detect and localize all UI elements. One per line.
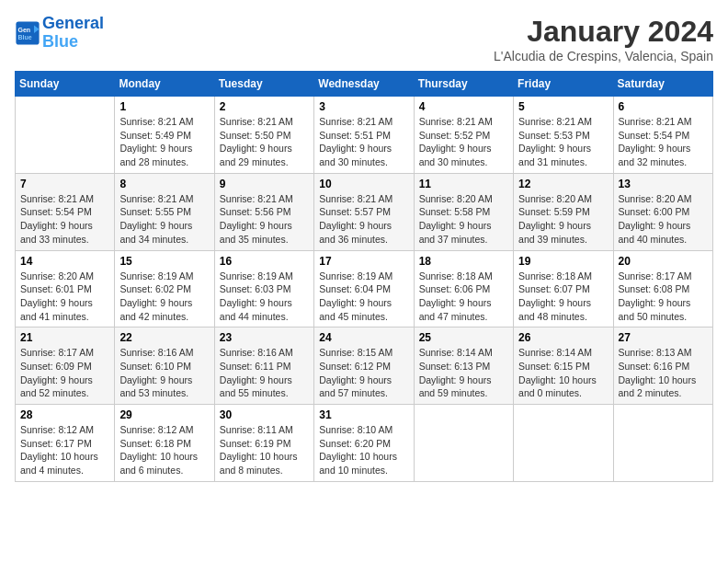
calendar-cell: 28Sunrise: 8:12 AM Sunset: 6:17 PM Dayli… bbox=[16, 405, 115, 482]
calendar-cell: 22Sunrise: 8:16 AM Sunset: 6:10 PM Dayli… bbox=[115, 327, 214, 405]
day-number: 15 bbox=[119, 255, 209, 268]
day-number: 13 bbox=[619, 178, 708, 190]
day-info: Sunrise: 8:15 AM Sunset: 6:12 PM Dayligh… bbox=[319, 346, 408, 400]
day-number: 5 bbox=[518, 100, 608, 113]
calendar-cell: 21Sunrise: 8:17 AM Sunset: 6:09 PM Dayli… bbox=[16, 327, 115, 405]
calendar-cell: 24Sunrise: 8:15 AM Sunset: 6:12 PM Dayli… bbox=[314, 327, 414, 405]
col-header-saturday: Saturday bbox=[613, 72, 712, 97]
day-info: Sunrise: 8:17 AM Sunset: 6:08 PM Dayligh… bbox=[619, 270, 708, 324]
calendar-cell: 17Sunrise: 8:19 AM Sunset: 6:04 PM Dayli… bbox=[314, 250, 414, 327]
day-info: Sunrise: 8:10 AM Sunset: 6:20 PM Dayligh… bbox=[319, 423, 408, 477]
calendar-cell: 25Sunrise: 8:14 AM Sunset: 6:13 PM Dayli… bbox=[414, 327, 513, 405]
day-number: 25 bbox=[419, 331, 508, 344]
day-number: 1 bbox=[119, 100, 209, 113]
calendar-cell: 20Sunrise: 8:17 AM Sunset: 6:08 PM Dayli… bbox=[613, 250, 712, 327]
day-number: 26 bbox=[518, 331, 608, 344]
calendar-cell: 15Sunrise: 8:19 AM Sunset: 6:02 PM Dayli… bbox=[115, 250, 214, 327]
calendar-cell: 2Sunrise: 8:21 AM Sunset: 5:50 PM Daylig… bbox=[214, 97, 313, 174]
calendar-week-3: 14Sunrise: 8:20 AM Sunset: 6:01 PM Dayli… bbox=[16, 250, 713, 327]
day-info: Sunrise: 8:21 AM Sunset: 5:54 PM Dayligh… bbox=[20, 192, 109, 247]
day-info: Sunrise: 8:12 AM Sunset: 6:17 PM Dayligh… bbox=[20, 423, 109, 477]
col-header-wednesday: Wednesday bbox=[314, 72, 414, 97]
logo-icon: Gen Blue bbox=[15, 20, 40, 46]
calendar-cell bbox=[16, 97, 115, 174]
day-number: 21 bbox=[20, 331, 109, 344]
day-info: Sunrise: 8:21 AM Sunset: 5:55 PM Dayligh… bbox=[119, 192, 209, 247]
calendar-cell: 29Sunrise: 8:12 AM Sunset: 6:18 PM Dayli… bbox=[115, 405, 214, 482]
day-info: Sunrise: 8:20 AM Sunset: 5:58 PM Dayligh… bbox=[419, 192, 508, 247]
calendar-cell: 30Sunrise: 8:11 AM Sunset: 6:19 PM Dayli… bbox=[214, 405, 313, 482]
calendar-cell: 9Sunrise: 8:21 AM Sunset: 5:56 PM Daylig… bbox=[214, 173, 313, 250]
calendar-week-5: 28Sunrise: 8:12 AM Sunset: 6:17 PM Dayli… bbox=[16, 405, 713, 482]
day-number: 17 bbox=[319, 255, 408, 268]
day-number: 16 bbox=[220, 255, 309, 268]
calendar-table: SundayMondayTuesdayWednesdayThursdayFrid… bbox=[15, 71, 713, 482]
calendar-cell: 27Sunrise: 8:13 AM Sunset: 6:16 PM Dayli… bbox=[613, 327, 712, 405]
day-number: 23 bbox=[220, 331, 309, 344]
col-header-thursday: Thursday bbox=[414, 72, 513, 97]
day-number: 7 bbox=[20, 178, 109, 190]
day-number: 27 bbox=[619, 331, 708, 344]
day-info: Sunrise: 8:18 AM Sunset: 6:07 PM Dayligh… bbox=[518, 270, 608, 324]
day-number: 8 bbox=[119, 178, 209, 190]
day-info: Sunrise: 8:21 AM Sunset: 5:49 PM Dayligh… bbox=[119, 115, 209, 169]
col-header-friday: Friday bbox=[514, 72, 613, 97]
day-number: 29 bbox=[119, 408, 209, 421]
day-info: Sunrise: 8:18 AM Sunset: 6:06 PM Dayligh… bbox=[419, 270, 508, 324]
calendar-cell: 18Sunrise: 8:18 AM Sunset: 6:06 PM Dayli… bbox=[414, 250, 513, 327]
calendar-cell: 10Sunrise: 8:21 AM Sunset: 5:57 PM Dayli… bbox=[314, 173, 414, 250]
day-number: 12 bbox=[518, 178, 608, 190]
day-info: Sunrise: 8:14 AM Sunset: 6:13 PM Dayligh… bbox=[419, 346, 508, 400]
day-number: 10 bbox=[319, 178, 408, 190]
calendar-cell: 19Sunrise: 8:18 AM Sunset: 6:07 PM Dayli… bbox=[514, 250, 613, 327]
month-title: January 2024 bbox=[494, 15, 713, 49]
day-info: Sunrise: 8:20 AM Sunset: 6:01 PM Dayligh… bbox=[20, 270, 109, 324]
day-number: 30 bbox=[220, 408, 309, 421]
day-number: 4 bbox=[419, 100, 508, 113]
day-info: Sunrise: 8:21 AM Sunset: 5:50 PM Dayligh… bbox=[220, 115, 309, 169]
day-number: 3 bbox=[319, 100, 408, 113]
day-info: Sunrise: 8:21 AM Sunset: 5:56 PM Dayligh… bbox=[220, 192, 309, 247]
day-number: 6 bbox=[619, 100, 708, 113]
calendar-cell: 14Sunrise: 8:20 AM Sunset: 6:01 PM Dayli… bbox=[16, 250, 115, 327]
calendar-cell: 3Sunrise: 8:21 AM Sunset: 5:51 PM Daylig… bbox=[314, 97, 414, 174]
day-info: Sunrise: 8:16 AM Sunset: 6:10 PM Dayligh… bbox=[119, 346, 209, 400]
day-info: Sunrise: 8:20 AM Sunset: 6:00 PM Dayligh… bbox=[619, 192, 708, 247]
calendar-cell: 16Sunrise: 8:19 AM Sunset: 6:03 PM Dayli… bbox=[214, 250, 313, 327]
calendar-week-1: 1Sunrise: 8:21 AM Sunset: 5:49 PM Daylig… bbox=[16, 97, 713, 174]
day-info: Sunrise: 8:19 AM Sunset: 6:04 PM Dayligh… bbox=[319, 270, 408, 324]
day-number: 20 bbox=[619, 255, 708, 268]
calendar-cell: 31Sunrise: 8:10 AM Sunset: 6:20 PM Dayli… bbox=[314, 405, 414, 482]
day-number: 11 bbox=[419, 178, 508, 190]
calendar-week-4: 21Sunrise: 8:17 AM Sunset: 6:09 PM Dayli… bbox=[16, 327, 713, 405]
day-number: 18 bbox=[419, 255, 508, 268]
day-info: Sunrise: 8:19 AM Sunset: 6:02 PM Dayligh… bbox=[119, 270, 209, 324]
calendar-cell: 8Sunrise: 8:21 AM Sunset: 5:55 PM Daylig… bbox=[115, 173, 214, 250]
calendar-cell: 26Sunrise: 8:14 AM Sunset: 6:15 PM Dayli… bbox=[514, 327, 613, 405]
day-info: Sunrise: 8:21 AM Sunset: 5:57 PM Dayligh… bbox=[319, 192, 408, 247]
location-title: L'Alcudia de Crespins, Valencia, Spain bbox=[494, 49, 713, 63]
calendar-cell: 11Sunrise: 8:20 AM Sunset: 5:58 PM Dayli… bbox=[414, 173, 513, 250]
title-block: January 2024 L'Alcudia de Crespins, Vale… bbox=[494, 15, 713, 63]
svg-text:Gen: Gen bbox=[18, 26, 31, 32]
day-info: Sunrise: 8:21 AM Sunset: 5:51 PM Dayligh… bbox=[319, 115, 408, 169]
calendar-cell: 1Sunrise: 8:21 AM Sunset: 5:49 PM Daylig… bbox=[115, 97, 214, 174]
col-header-tuesday: Tuesday bbox=[214, 72, 313, 97]
calendar-cell bbox=[514, 405, 613, 482]
calendar-cell: 12Sunrise: 8:20 AM Sunset: 5:59 PM Dayli… bbox=[514, 173, 613, 250]
day-info: Sunrise: 8:13 AM Sunset: 6:16 PM Dayligh… bbox=[619, 346, 708, 400]
col-header-monday: Monday bbox=[115, 72, 214, 97]
calendar-cell: 13Sunrise: 8:20 AM Sunset: 6:00 PM Dayli… bbox=[613, 173, 712, 250]
day-info: Sunrise: 8:19 AM Sunset: 6:03 PM Dayligh… bbox=[220, 270, 309, 324]
calendar-cell: 7Sunrise: 8:21 AM Sunset: 5:54 PM Daylig… bbox=[16, 173, 115, 250]
svg-text:Blue: Blue bbox=[18, 34, 32, 40]
calendar-cell bbox=[414, 405, 513, 482]
logo-text: GeneralBlue bbox=[42, 15, 104, 52]
day-info: Sunrise: 8:21 AM Sunset: 5:53 PM Dayligh… bbox=[518, 115, 608, 169]
day-info: Sunrise: 8:12 AM Sunset: 6:18 PM Dayligh… bbox=[119, 423, 209, 477]
day-info: Sunrise: 8:21 AM Sunset: 5:54 PM Dayligh… bbox=[619, 115, 708, 169]
calendar-cell: 5Sunrise: 8:21 AM Sunset: 5:53 PM Daylig… bbox=[514, 97, 613, 174]
day-number: 2 bbox=[220, 100, 309, 113]
page-header: Gen Blue GeneralBlue January 2024 L'Alcu… bbox=[15, 15, 713, 63]
day-number: 22 bbox=[119, 331, 209, 344]
